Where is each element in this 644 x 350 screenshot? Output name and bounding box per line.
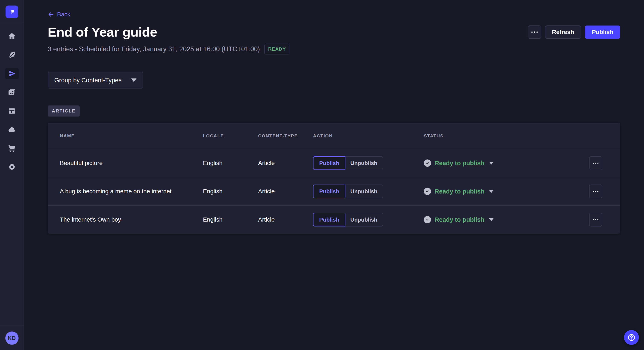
action-toggle: Publish Unpublish	[313, 156, 424, 170]
home-icon	[8, 32, 16, 40]
entry-locale: English	[203, 188, 258, 195]
unpublish-action-button[interactable]: Unpublish	[345, 184, 383, 198]
sidebar-item-cloud[interactable]	[5, 124, 19, 135]
entry-status-label: Ready to publish	[435, 188, 484, 195]
feather-icon	[8, 51, 16, 59]
ellipsis-icon	[531, 31, 538, 33]
chevron-down-icon	[489, 190, 494, 193]
check-circle-icon	[424, 188, 431, 195]
column-header-content-type: CONTENT-TYPE	[258, 133, 313, 138]
sidebar-item-settings[interactable]	[5, 162, 19, 173]
table-row: The internet's Own boy English Article P…	[48, 205, 620, 234]
entry-content-type: Article	[258, 216, 313, 223]
arrow-left-icon	[48, 11, 54, 18]
entries-table: NAME LOCALE CONTENT-TYPE ACTION STATUS B…	[48, 123, 620, 234]
sidebar-item-content-type-builder[interactable]	[5, 105, 19, 117]
unpublish-action-button[interactable]: Unpublish	[345, 156, 383, 170]
subtitle-row: 3 entries - Scheduled for Friday, Januar…	[48, 44, 620, 54]
entry-content-type: Article	[258, 188, 313, 195]
help-button[interactable]	[624, 330, 639, 345]
sidebar-item-content-manager[interactable]	[5, 49, 19, 60]
entry-status-dropdown[interactable]: Ready to publish	[424, 160, 494, 167]
check-circle-icon	[424, 216, 431, 223]
sidebar-footer: KD	[0, 326, 24, 350]
workspace-logo-wrap	[0, 0, 24, 24]
entry-status-dropdown[interactable]: Ready to publish	[424, 188, 494, 195]
entry-name: The internet's Own boy	[60, 216, 203, 223]
chevron-down-icon	[489, 218, 494, 221]
question-mark-circle-icon	[627, 333, 636, 342]
strapi-logo[interactable]	[6, 5, 18, 18]
paper-plane-icon	[8, 69, 16, 78]
strapi-logo-icon	[8, 8, 16, 16]
content-type-group-label: ARTICLE	[48, 105, 80, 117]
row-more-button[interactable]	[589, 184, 602, 198]
entry-status-dropdown[interactable]: Ready to publish	[424, 216, 494, 223]
entry-content-type: Article	[258, 160, 313, 167]
column-header-name: NAME	[60, 133, 203, 138]
sidebar: KD	[0, 0, 24, 350]
action-toggle: Publish Unpublish	[313, 213, 424, 226]
entry-status-label: Ready to publish	[435, 160, 484, 167]
sidebar-nav	[5, 31, 19, 173]
sidebar-item-releases[interactable]	[5, 68, 19, 79]
entry-name: A bug is becoming a meme on the internet	[60, 188, 203, 195]
group-by-value: Group by Content-Types	[54, 77, 122, 84]
row-more-button[interactable]	[589, 156, 602, 170]
main-content: Back End of Year guide Refresh Publish 3…	[24, 0, 644, 350]
layout-icon	[8, 107, 16, 115]
title-row: End of Year guide Refresh Publish	[48, 24, 620, 39]
table-row: Beautiful picture English Article Publis…	[48, 149, 620, 177]
back-label: Back	[57, 11, 70, 18]
page-title: End of Year guide	[48, 24, 157, 39]
status-badge: READY	[264, 44, 290, 54]
cloud-icon	[8, 126, 16, 134]
sidebar-item-media-library[interactable]	[5, 87, 19, 98]
row-more-button[interactable]	[589, 213, 602, 226]
group-by-select[interactable]: Group by Content-Types	[48, 72, 143, 88]
more-options-button[interactable]	[528, 25, 541, 39]
table-header-row: NAME LOCALE CONTENT-TYPE ACTION STATUS	[48, 123, 620, 149]
check-circle-icon	[424, 160, 431, 167]
back-link[interactable]: Back	[48, 11, 70, 18]
entry-name: Beautiful picture	[60, 160, 203, 167]
chevron-down-icon	[489, 162, 494, 165]
release-subtitle: 3 entries - Scheduled for Friday, Januar…	[48, 45, 260, 53]
chevron-down-icon	[131, 78, 136, 82]
sidebar-item-marketplace[interactable]	[5, 143, 19, 154]
images-icon	[8, 88, 16, 97]
publish-action-button[interactable]: Publish	[313, 156, 346, 170]
entry-locale: English	[203, 160, 258, 167]
avatar[interactable]: KD	[5, 332, 18, 345]
gear-icon	[8, 163, 16, 172]
header-actions: Refresh Publish	[528, 25, 620, 39]
entry-locale: English	[203, 216, 258, 223]
publish-action-button[interactable]: Publish	[313, 213, 346, 226]
unpublish-action-button[interactable]: Unpublish	[345, 213, 383, 226]
entry-status-label: Ready to publish	[435, 216, 484, 223]
column-header-locale: LOCALE	[203, 133, 258, 138]
column-header-status: STATUS	[424, 133, 589, 138]
publish-action-button[interactable]: Publish	[313, 184, 346, 198]
publish-release-button[interactable]: Publish	[585, 25, 620, 39]
column-header-action: ACTION	[313, 133, 424, 138]
sidebar-item-home[interactable]	[5, 31, 19, 42]
refresh-button[interactable]: Refresh	[545, 25, 581, 39]
cart-icon	[8, 144, 16, 153]
action-toggle: Publish Unpublish	[313, 184, 424, 198]
table-row: A bug is becoming a meme on the internet…	[48, 177, 620, 205]
